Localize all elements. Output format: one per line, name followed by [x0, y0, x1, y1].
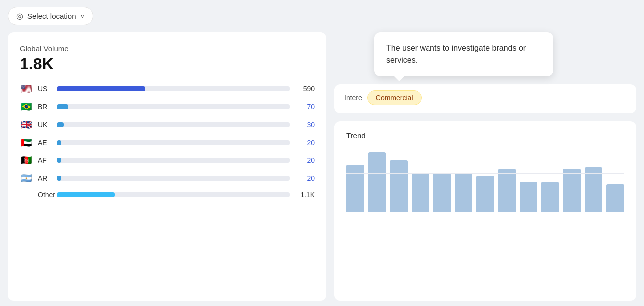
tooltip-text: The user wants to investigate brands or …	[386, 42, 541, 66]
trend-bar	[606, 184, 624, 212]
bar-fill-UK	[57, 122, 64, 127]
country-row: 🇦🇫 AF 20	[20, 155, 315, 166]
trend-bar	[541, 182, 559, 212]
chevron-down-icon: ∨	[80, 13, 85, 20]
trend-bar	[498, 169, 516, 212]
trend-chart	[346, 148, 624, 212]
trend-card: Trend	[334, 121, 636, 301]
bar-container-AF	[57, 158, 290, 163]
right-side: The user wants to investigate brands or …	[334, 32, 636, 301]
bar-container-AR	[57, 176, 290, 181]
trend-bar	[476, 176, 494, 212]
country-row: 🇬🇧 UK 30	[20, 119, 315, 130]
global-volume-label: Global Volume	[20, 44, 315, 53]
other-row: Other 1.1K	[20, 191, 315, 199]
location-selector-label: Select location	[27, 12, 76, 20]
bar-container-UK	[57, 122, 290, 127]
trend-bar	[412, 173, 429, 212]
tooltip-card: The user wants to investigate brands or …	[374, 32, 553, 76]
location-selector[interactable]: ◎ Select location ∨	[8, 7, 93, 25]
other-bar-container	[57, 192, 290, 197]
country-row: 🇦🇷 AR 20	[20, 173, 315, 184]
country-code-AR: AR	[38, 174, 52, 182]
trend-bar	[563, 169, 581, 212]
other-value: 1.1K	[295, 191, 315, 199]
trend-bar	[368, 152, 386, 212]
bar-value-AR: 20	[295, 174, 315, 182]
bar-container-US	[57, 86, 290, 91]
trend-bar	[390, 160, 408, 212]
flag-US: 🇺🇸	[20, 83, 33, 94]
country-code-AF: AF	[38, 156, 52, 164]
trend-bar	[455, 173, 473, 212]
bar-fill-BR	[57, 104, 68, 109]
trend-bar	[520, 182, 537, 212]
main-content: Global Volume 1.8K 🇺🇸 US 590 🇧🇷 BR 70 🇬🇧…	[0, 32, 644, 306]
bar-fill-US	[57, 86, 145, 91]
commercial-badge: Commercial	[367, 90, 422, 105]
bar-container-AE	[57, 140, 290, 145]
country-code-AE: AE	[38, 139, 52, 147]
trend-bar	[346, 165, 364, 212]
trend-bar	[433, 173, 451, 212]
country-code-UK: UK	[38, 121, 52, 129]
bar-fill-AF	[57, 158, 61, 163]
intent-prefix: Intere	[344, 94, 362, 102]
bar-container-BR	[57, 104, 290, 109]
country-code-BR: BR	[38, 103, 52, 111]
bar-value-AF: 20	[295, 156, 315, 164]
bar-value-AE: 20	[295, 139, 315, 147]
other-label: Other	[38, 191, 52, 199]
country-code-US: US	[38, 85, 52, 93]
bar-fill-AE	[57, 140, 61, 145]
country-row: 🇦🇪 AE 20	[20, 137, 315, 148]
country-list: 🇺🇸 US 590 🇧🇷 BR 70 🇬🇧 UK 30 🇦🇪 AE	[20, 83, 315, 184]
bar-fill-AR	[57, 176, 61, 181]
bar-value-BR: 70	[295, 103, 315, 111]
trend-bar	[585, 167, 603, 212]
flag-UK: 🇬🇧	[20, 119, 33, 130]
other-bar-fill	[57, 192, 115, 197]
pin-icon: ◎	[16, 11, 23, 21]
intent-card: Intere Commercial	[334, 84, 636, 113]
flag-BR: 🇧🇷	[20, 101, 33, 112]
trend-label: Trend	[346, 131, 624, 140]
flag-AE: 🇦🇪	[20, 137, 33, 148]
global-volume-value: 1.8K	[20, 55, 315, 73]
country-row: 🇧🇷 BR 70	[20, 101, 315, 112]
flag-AR: 🇦🇷	[20, 173, 33, 184]
bar-value-UK: 30	[295, 121, 315, 129]
bar-value-US: 590	[295, 85, 315, 93]
country-row: 🇺🇸 US 590	[20, 83, 315, 94]
flag-AF: 🇦🇫	[20, 155, 33, 166]
global-volume-card: Global Volume 1.8K 🇺🇸 US 590 🇧🇷 BR 70 🇬🇧…	[8, 32, 326, 301]
